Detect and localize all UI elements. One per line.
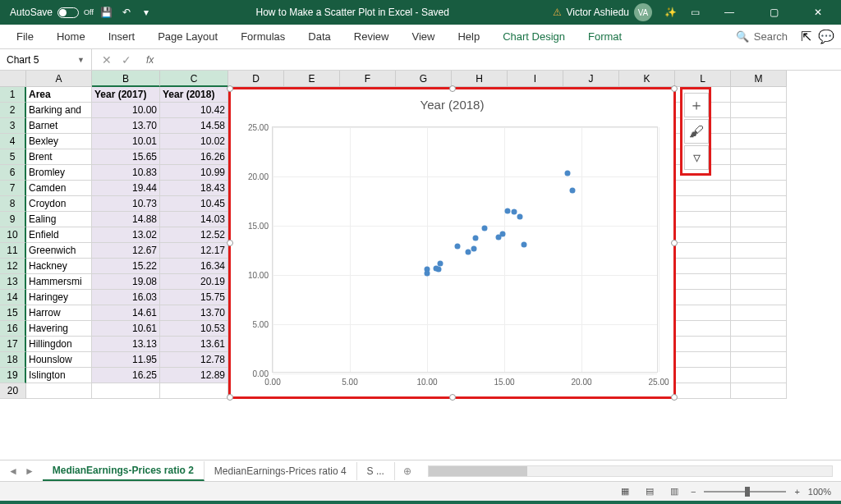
row-header[interactable]: 7 <box>0 181 26 196</box>
row-header[interactable]: 15 <box>0 305 26 321</box>
cell[interactable] <box>731 274 787 290</box>
zoom-in-button[interactable]: + <box>794 487 799 497</box>
cell[interactable] <box>731 368 787 383</box>
row-header[interactable]: 10 <box>0 227 26 243</box>
ribbon-display-icon[interactable]: ▭ <box>688 6 701 19</box>
cell[interactable] <box>675 352 731 368</box>
row-header[interactable]: 16 <box>0 321 26 337</box>
cell[interactable]: Barnet <box>26 118 92 134</box>
col-header-j[interactable]: J <box>563 71 619 87</box>
normal-view-icon[interactable]: ▦ <box>617 484 633 499</box>
cell[interactable] <box>92 383 160 399</box>
comments-icon[interactable]: 💬 <box>818 29 834 44</box>
data-point[interactable] <box>521 242 526 248</box>
cell[interactable] <box>731 305 787 321</box>
worksheet[interactable]: A B C D E F G H I J K L M 1 Area Year (2… <box>0 71 841 460</box>
sheet-tab[interactable]: MedianEarnings-Prices ratio 4 <box>205 462 357 480</box>
plot-area[interactable]: 0.005.0010.0015.0020.0025.000.005.0010.0… <box>272 126 658 373</box>
chart-styles-button[interactable]: 🖌 <box>684 119 709 144</box>
cell[interactable] <box>675 243 731 259</box>
cell[interactable] <box>731 149 787 165</box>
row-header[interactable]: 5 <box>0 149 26 165</box>
cell[interactable]: 14.03 <box>160 212 228 227</box>
cell[interactable]: 10.73 <box>92 196 160 212</box>
cell[interactable]: 19.44 <box>92 181 160 196</box>
cell[interactable]: Brent <box>26 149 92 165</box>
redo-dropdown-icon[interactable]: ▾ <box>140 6 153 19</box>
row-header[interactable]: 4 <box>0 134 26 149</box>
cell[interactable] <box>731 227 787 243</box>
tab-chart-design[interactable]: Chart Design <box>493 25 575 48</box>
tab-page-layout[interactable]: Page Layout <box>148 25 227 48</box>
data-point[interactable] <box>505 208 511 213</box>
coming-soon-icon[interactable]: ✨ <box>664 6 677 19</box>
formula-input[interactable] <box>159 49 841 70</box>
cell[interactable]: 10.83 <box>92 165 160 181</box>
save-icon[interactable]: 💾 <box>100 6 113 19</box>
cell[interactable] <box>675 368 731 383</box>
row-header[interactable]: 6 <box>0 165 26 181</box>
cell[interactable]: Year (2017) <box>92 87 160 103</box>
cell[interactable] <box>731 337 787 352</box>
cell[interactable] <box>731 243 787 259</box>
tab-formulas[interactable]: Formulas <box>231 25 295 48</box>
cell[interactable]: Hillingdon <box>26 337 92 352</box>
cell[interactable]: 12.17 <box>160 243 228 259</box>
data-point[interactable] <box>512 208 517 214</box>
cell[interactable]: 10.02 <box>160 134 228 149</box>
data-point[interactable] <box>570 187 576 193</box>
cell[interactable]: 14.61 <box>92 305 160 321</box>
data-point[interactable] <box>471 245 476 251</box>
maximize-button[interactable]: ▢ <box>757 1 790 24</box>
cell[interactable] <box>675 274 731 290</box>
cell[interactable] <box>160 383 228 399</box>
col-header-i[interactable]: I <box>508 71 563 87</box>
cell[interactable]: 14.58 <box>160 118 228 134</box>
cell[interactable]: Barking and <box>26 103 92 118</box>
tab-format[interactable]: Format <box>578 25 632 48</box>
cell[interactable]: Croydon <box>26 196 92 212</box>
minimize-button[interactable]: — <box>713 1 746 24</box>
cell[interactable]: Islington <box>26 368 92 383</box>
page-break-view-icon[interactable]: ▥ <box>666 484 682 499</box>
cell[interactable] <box>26 383 92 399</box>
row-header[interactable]: 17 <box>0 337 26 352</box>
cell[interactable]: Enfield <box>26 227 92 243</box>
sheet-tab[interactable]: S ... <box>357 462 395 480</box>
col-header-c[interactable]: C <box>160 71 228 87</box>
cell[interactable] <box>731 134 787 149</box>
cell[interactable] <box>731 290 787 305</box>
close-button[interactable]: ✕ <box>802 1 834 24</box>
tab-review[interactable]: Review <box>344 25 399 48</box>
tab-insert[interactable]: Insert <box>99 25 145 48</box>
user-account[interactable]: ⚠ Victor Ashiedu VA <box>553 3 653 21</box>
cell[interactable]: Bromley <box>26 165 92 181</box>
row-header[interactable]: 18 <box>0 352 26 368</box>
data-point[interactable] <box>517 214 523 220</box>
cell[interactable]: 16.03 <box>92 290 160 305</box>
row-header[interactable]: 14 <box>0 290 26 305</box>
select-all-corner[interactable] <box>0 71 26 87</box>
cell[interactable] <box>731 118 787 134</box>
zoom-slider[interactable] <box>704 491 786 493</box>
cell[interactable] <box>675 181 731 196</box>
cell[interactable] <box>675 259 731 274</box>
col-header-d[interactable]: D <box>228 71 284 87</box>
cell[interactable]: 13.61 <box>160 337 228 352</box>
cell[interactable] <box>731 87 787 103</box>
cell[interactable]: 16.26 <box>160 149 228 165</box>
cell[interactable]: Hackney <box>26 259 92 274</box>
col-header-b[interactable]: B <box>92 71 160 87</box>
cell[interactable]: Ealing <box>26 212 92 227</box>
chart-filters-button[interactable]: ▿ <box>684 145 709 170</box>
data-point[interactable] <box>495 234 501 240</box>
chart-elements-button[interactable]: ＋ <box>684 93 709 117</box>
autosave-toggle[interactable]: AutoSave Off <box>10 7 94 18</box>
cell[interactable]: 18.43 <box>160 181 228 196</box>
cell[interactable]: 12.89 <box>160 368 228 383</box>
row-header[interactable]: 11 <box>0 243 26 259</box>
cell[interactable] <box>675 196 731 212</box>
data-point[interactable] <box>425 270 430 276</box>
cell[interactable] <box>731 259 787 274</box>
data-point[interactable] <box>564 170 570 176</box>
